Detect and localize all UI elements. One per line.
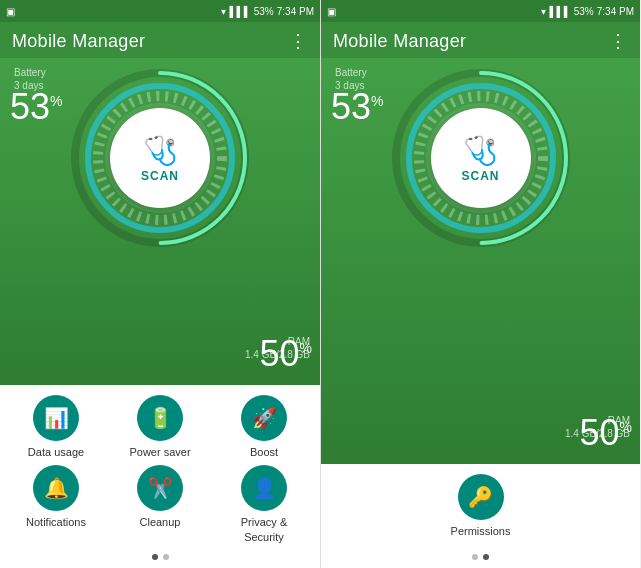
cleanup-icon: ✂️ <box>137 465 183 511</box>
icon-row-3: 🔑 Permissions <box>325 474 636 538</box>
pagination-dots-1 <box>4 550 316 564</box>
permissions-label: Permissions <box>451 524 511 538</box>
privacy-security-icon: 👤 <box>241 465 287 511</box>
bottom-area-1: 📊 Data usage 🔋 Power saver 🚀 Boost 🔔 Not… <box>0 385 320 568</box>
icon-row-2: 🔔 Notifications ✂️ Cleanup 👤 Privacy & S… <box>4 465 316 544</box>
time-display-2: 7:34 PM <box>597 6 634 17</box>
icon-row-1: 📊 Data usage 🔋 Power saver 🚀 Boost <box>4 395 316 459</box>
app-header-1: Mobile Manager ⋮ <box>0 22 320 58</box>
battery-percent-1: 53% <box>10 86 63 128</box>
time-display: 7:34 PM <box>277 6 314 17</box>
permissions-icon: 🔑 <box>458 474 504 520</box>
power-saver-item[interactable]: 🔋 Power saver <box>124 395 196 459</box>
status-bar-2: ▣ ▾ ▌▌▌ 53% 7:34 PM <box>321 0 640 22</box>
scan-label-2: SCAN <box>461 169 499 183</box>
privacy-security-item[interactable]: 👤 Privacy & Security <box>228 465 300 544</box>
app-header-2: Mobile Manager ⋮ <box>321 22 640 58</box>
dot-2-inactive <box>472 554 478 560</box>
scan-button-2[interactable]: 🩺 SCAN <box>431 108 531 208</box>
phone-panel-2: ▣ ▾ ▌▌▌ 53% 7:34 PM Mobile Manager ⋮ Bat… <box>320 0 640 568</box>
scan-area-1[interactable]: 🩺 SCAN <box>70 68 250 248</box>
stethoscope-icon-2: 🩺 <box>463 134 498 167</box>
battery-status-2: 53% <box>574 6 594 17</box>
app-title-1: Mobile Manager <box>12 31 145 52</box>
notifications-label: Notifications <box>26 515 86 529</box>
scan-label-1: SCAN <box>141 169 179 183</box>
boost-icon: 🚀 <box>241 395 287 441</box>
stethoscope-icon-1: 🩺 <box>143 134 178 167</box>
main-area-1: Battery 3 days 53% 🩺 SCAN <box>0 58 320 385</box>
battery-status: 53% <box>254 6 274 17</box>
notification-icon: ▣ <box>6 6 15 17</box>
menu-button-1[interactable]: ⋮ <box>289 30 308 52</box>
wifi-icon: ▾ <box>221 6 226 17</box>
scan-area-2[interactable]: 🩺 SCAN <box>391 68 571 248</box>
boost-item[interactable]: 🚀 Boost <box>228 395 300 459</box>
phone-panel-1: ▣ ▾ ▌▌▌ 53% 7:34 PM Mobile Manager ⋮ Bat… <box>0 0 320 568</box>
status-left-1: ▣ <box>6 6 15 17</box>
menu-button-2[interactable]: ⋮ <box>609 30 628 52</box>
data-usage-item[interactable]: 📊 Data usage <box>20 395 92 459</box>
data-usage-label: Data usage <box>28 445 84 459</box>
permissions-item[interactable]: 🔑 Permissions <box>445 474 517 538</box>
wifi-icon-2: ▾ <box>541 6 546 17</box>
signal-icon-2: ▌▌▌ <box>549 6 570 17</box>
app-title-2: Mobile Manager <box>333 31 466 52</box>
cleanup-label: Cleanup <box>140 515 181 529</box>
privacy-security-label: Privacy & Security <box>228 515 300 544</box>
cleanup-item[interactable]: ✂️ Cleanup <box>124 465 196 544</box>
signal-icon: ▌▌▌ <box>229 6 250 17</box>
bottom-area-2: 🔑 Permissions <box>321 464 640 568</box>
dot-1-active <box>152 554 158 560</box>
ram-percent-2: 50% <box>580 412 633 454</box>
data-usage-icon: 📊 <box>33 395 79 441</box>
power-saver-icon: 🔋 <box>137 395 183 441</box>
status-bar-1: ▣ ▾ ▌▌▌ 53% 7:34 PM <box>0 0 320 22</box>
main-area-2: Battery 3 days 53% 🩺 SCAN RAM 1.4 GB/2.8… <box>321 58 640 464</box>
ram-percent-1: 50% <box>260 333 313 375</box>
status-left-2: ▣ <box>327 6 336 17</box>
pagination-dots-2 <box>325 550 636 564</box>
notification-icon-2: ▣ <box>327 6 336 17</box>
battery-label-1: Battery <box>14 66 46 79</box>
notifications-item[interactable]: 🔔 Notifications <box>20 465 92 544</box>
battery-percent-2: 53% <box>331 86 384 128</box>
notifications-icon: 🔔 <box>33 465 79 511</box>
status-right-2: ▾ ▌▌▌ 53% 7:34 PM <box>541 6 634 17</box>
dot-1-inactive <box>163 554 169 560</box>
boost-label: Boost <box>250 445 278 459</box>
power-saver-label: Power saver <box>129 445 190 459</box>
status-right-1: ▾ ▌▌▌ 53% 7:34 PM <box>221 6 314 17</box>
battery-label-2: Battery <box>335 66 367 79</box>
dot-2-active <box>483 554 489 560</box>
scan-button-1[interactable]: 🩺 SCAN <box>110 108 210 208</box>
